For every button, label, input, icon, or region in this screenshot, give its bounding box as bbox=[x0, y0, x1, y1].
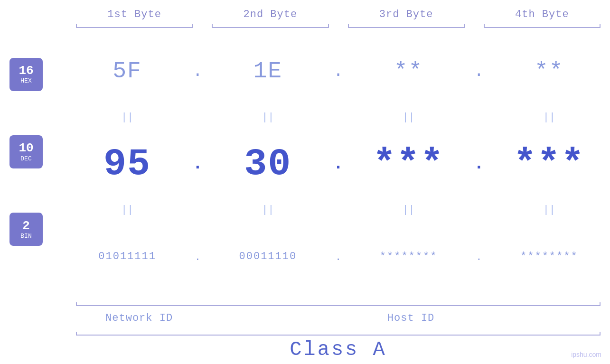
hex-dot-1: . bbox=[188, 62, 207, 81]
dec-dot-1: . bbox=[188, 154, 207, 174]
sep-1-b2: || bbox=[207, 112, 328, 123]
bin-dot-2: . bbox=[329, 249, 348, 264]
class-section: Class A bbox=[66, 330, 610, 364]
dec-badge: 10 DEC bbox=[9, 135, 43, 168]
bracket-1 bbox=[66, 23, 202, 31]
byte-headers: 1st Byte 2nd Byte 3rd Byte 4th Byte bbox=[66, 9, 610, 20]
network-id-label: Network ID bbox=[66, 312, 212, 324]
host-id-label: Host ID bbox=[212, 312, 610, 324]
host-bracket bbox=[212, 297, 610, 306]
dec-b1: 95 bbox=[66, 142, 188, 186]
main-container: 1st Byte 2nd Byte 3rd Byte 4th Byte 16 H… bbox=[0, 0, 610, 364]
sep-1-b1: || bbox=[66, 112, 188, 123]
dec-b4: *** bbox=[488, 142, 610, 186]
sep-2-b2: || bbox=[207, 204, 328, 216]
hex-dot-2: . bbox=[329, 62, 348, 81]
sep-row-1: || || || || bbox=[66, 112, 610, 123]
hex-b1: 5F bbox=[66, 58, 188, 84]
dec-b3: *** bbox=[348, 142, 469, 186]
bin-label: BIN bbox=[20, 233, 31, 240]
header-brackets bbox=[66, 23, 610, 31]
dec-label: DEC bbox=[20, 155, 31, 162]
bracket-3 bbox=[338, 23, 474, 31]
base-labels: 16 HEX 10 DEC 2 BIN bbox=[0, 31, 66, 297]
hex-b3: ** bbox=[348, 58, 469, 84]
bin-b2: 00011110 bbox=[207, 251, 328, 262]
dec-dot-2: . bbox=[329, 154, 348, 174]
sep-2-b3: || bbox=[348, 204, 469, 216]
sep-1-b3: || bbox=[348, 112, 469, 123]
sep-row-2: || || || || bbox=[66, 204, 610, 216]
watermark: ipshu.com bbox=[571, 351, 601, 358]
bin-b4: ******** bbox=[488, 251, 610, 262]
hex-b4: ** bbox=[488, 58, 610, 84]
bracket-4 bbox=[474, 23, 610, 31]
hex-badge: 16 HEX bbox=[9, 58, 43, 91]
hex-number: 16 bbox=[19, 64, 33, 78]
main-area: 16 HEX 10 DEC 2 BIN 5F . bbox=[0, 31, 610, 297]
bin-badge: 2 BIN bbox=[9, 213, 43, 246]
byte1-header: 1st Byte bbox=[66, 9, 202, 20]
sep-1-b4: || bbox=[488, 112, 610, 123]
bin-dot-3: . bbox=[469, 249, 488, 264]
hex-row: 5F . 1E . ** . ** bbox=[66, 31, 610, 112]
byte4-header: 4th Byte bbox=[474, 9, 610, 20]
dec-b2: 30 bbox=[207, 142, 328, 186]
network-bracket bbox=[66, 297, 212, 306]
id-brackets bbox=[66, 297, 610, 306]
sep-2-b4: || bbox=[488, 204, 610, 216]
dec-row: 95 . 30 . *** . *** bbox=[66, 123, 610, 204]
dec-number: 10 bbox=[19, 141, 33, 155]
bin-b3: ******** bbox=[348, 251, 469, 262]
bottom-section: Network ID Host ID bbox=[66, 297, 610, 330]
hex-dot-3: . bbox=[469, 62, 488, 81]
bin-dot-1: . bbox=[188, 249, 207, 264]
bin-number: 2 bbox=[22, 219, 30, 233]
class-bracket bbox=[66, 330, 601, 336]
byte2-header: 2nd Byte bbox=[202, 9, 338, 20]
byte3-header: 3rd Byte bbox=[338, 9, 474, 20]
sep-2-b1: || bbox=[66, 204, 188, 216]
id-labels-row: Network ID Host ID bbox=[66, 306, 610, 330]
bracket-2 bbox=[202, 23, 338, 31]
hex-label: HEX bbox=[20, 77, 31, 84]
data-columns: 5F . 1E . ** . ** bbox=[66, 31, 610, 297]
dec-dot-3: . bbox=[469, 154, 488, 174]
class-label: Class A bbox=[66, 336, 610, 364]
bin-row: 01011111 . 00011110 . ******** . bbox=[66, 216, 610, 297]
bin-b1: 01011111 bbox=[66, 251, 188, 262]
hex-b2: 1E bbox=[207, 58, 328, 84]
